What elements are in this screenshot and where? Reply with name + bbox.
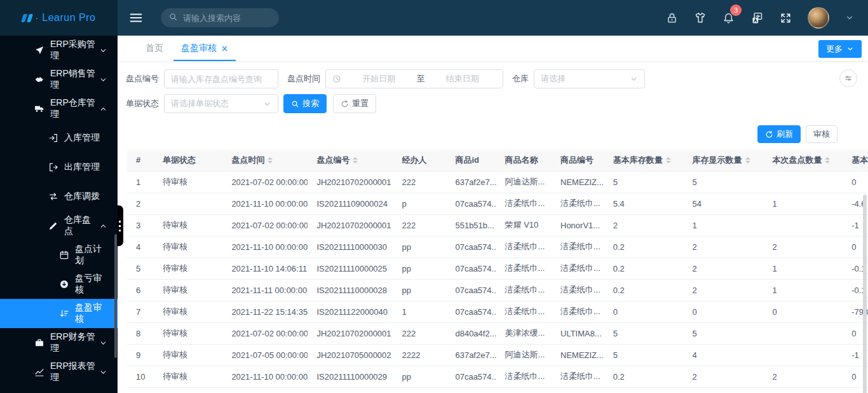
stocktake-code-field[interactable] xyxy=(164,69,278,88)
table-cell: 洁柔纸巾... xyxy=(552,366,604,387)
sidebar-item-warehouse-transfer[interactable]: 仓库调拨 xyxy=(0,182,118,211)
sort-caret-icon[interactable] xyxy=(745,157,750,163)
sidebar-item-outbound[interactable]: 出库管理 xyxy=(0,153,118,182)
column-header-2[interactable]: 盘点时间 xyxy=(222,149,308,171)
table-cell: JH20210702000001 xyxy=(308,322,393,344)
sidebar-collapse-handle[interactable] xyxy=(118,205,123,246)
column-header-9[interactable]: 库存显示数量 xyxy=(684,149,764,171)
table-cell: 阿迪达斯... xyxy=(496,344,552,366)
table-cell: 80 xyxy=(604,387,684,393)
table-row[interactable]: 3待审核2021-07-02 00:00:00JH202107020000012… xyxy=(127,214,868,236)
search-button[interactable]: 搜索 xyxy=(283,94,327,113)
table-cell: pp xyxy=(393,387,447,393)
table-cell: 40 xyxy=(684,387,764,393)
table-cell: 阿迪达斯... xyxy=(496,171,552,193)
table-cell xyxy=(763,322,843,344)
table-cell: d840a4f2... xyxy=(446,322,496,344)
column-header-10[interactable]: 本次盘点数量 xyxy=(763,149,843,171)
sidebar-item-stocktake-plan[interactable]: 盘点计划 xyxy=(0,240,118,270)
notifications-bell-icon[interactable]: 3 xyxy=(722,12,735,24)
table-row[interactable]: 8待审核2021-07-02 00:00:00JH202107020000012… xyxy=(127,322,868,344)
table-row[interactable]: 5待审核2021-11-10 14:06:11IS20211110000025p… xyxy=(127,258,868,279)
column-header-3[interactable]: 盘点编号 xyxy=(308,149,393,171)
warehouse-select[interactable]: 请选择 xyxy=(534,69,645,88)
filter-toggle-button[interactable] xyxy=(839,69,857,87)
date-range-picker[interactable]: 开始日期 至 结束日期 xyxy=(325,69,503,88)
table-cell: 6 xyxy=(127,279,154,301)
lock-icon[interactable] xyxy=(666,12,678,24)
tab-home[interactable]: 首页 xyxy=(137,36,172,61)
user-avatar[interactable] xyxy=(808,7,829,29)
sort-caret-icon[interactable] xyxy=(353,157,358,163)
user-menu-chevron-down-icon[interactable] xyxy=(845,13,854,22)
sort-caret-icon[interactable] xyxy=(268,157,273,163)
sidebar-item-erp-warehouse[interactable]: ERP仓库管理 xyxy=(0,94,118,123)
global-search[interactable] xyxy=(161,8,279,27)
tab-close-icon[interactable] xyxy=(221,45,228,52)
translate-icon[interactable] xyxy=(750,11,764,25)
sidebar-item-erp-purchase[interactable]: ERP采购管理 xyxy=(0,36,118,65)
stocktake-code-input[interactable] xyxy=(171,74,271,84)
table-row[interactable]: 7待审核2021-11-22 15:14:35IS202111220000401… xyxy=(127,301,868,322)
search-input[interactable] xyxy=(183,13,271,23)
table-cell: 2 xyxy=(684,236,764,258)
sidebar-item-loss-audit[interactable]: 盘亏审核 xyxy=(0,270,118,299)
sidebar-item-erp-finance[interactable]: ERP财务管理 xyxy=(0,328,118,357)
table-row[interactable]: 6待审核2021-11-11 00:00:00IS20211110000028p… xyxy=(127,279,868,301)
table-cell: 5 xyxy=(127,258,154,279)
table-cell: 待审核 xyxy=(154,387,222,393)
tab-surplus-audit-label: 盘盈审核 xyxy=(181,43,217,54)
sort-caret-icon[interactable] xyxy=(825,157,830,163)
table-cell: 待审核 xyxy=(154,366,222,387)
sidebar-item-inbound[interactable]: 入库管理 xyxy=(0,123,118,153)
main-content: 首页 盘盈审核 更多 盘点编号 盘点时间 开始日期 至 xyxy=(118,36,868,393)
chevron-down-icon xyxy=(99,76,107,84)
pencil-icon xyxy=(48,221,58,231)
table-cell: 荣耀 V10 xyxy=(496,214,552,236)
table-vertical-scrollbar[interactable] xyxy=(863,195,867,393)
sidebar-item-surplus-audit[interactable]: 盘盈审核 xyxy=(0,299,118,328)
sidebar-item-label: ERP财务管理 xyxy=(50,331,99,354)
table-cell: 9 xyxy=(127,344,154,366)
reset-button[interactable]: 重置 xyxy=(333,94,376,113)
sidebar-item-erp-report[interactable]: ERP报表管理 xyxy=(0,357,118,387)
table-row[interactable]: 1待审核2021-07-02 00:00:00JH202107020000012… xyxy=(127,171,868,193)
end-date-placeholder[interactable]: 结束日期 xyxy=(429,73,497,85)
table-row[interactable]: 10待审核2021-11-10 00:00:00IS20211110000029… xyxy=(127,366,868,387)
sidebar-item-erp-sales[interactable]: ERP销售管理 xyxy=(0,65,118,94)
doc-status-select[interactable]: 请选择单据状态 xyxy=(164,94,278,113)
table-cell: 2 xyxy=(127,193,154,214)
table-cell: 1954589... xyxy=(446,387,496,393)
menu-toggle-icon[interactable] xyxy=(129,11,143,25)
tab-surplus-audit[interactable]: 盘盈审核 xyxy=(172,36,237,61)
table-row[interactable]: 9待审核2021-07-05 00:00:00JH202107050000022… xyxy=(127,344,868,366)
data-table-wrap: #单据状态盘点时间盘点编号经办人商品id商品名称商品编号基本库存数量库存显示数量… xyxy=(127,149,868,393)
table-row[interactable]: 4待审核2021-11-10 00:00:00IS20211110000030p… xyxy=(127,236,868,258)
table-row[interactable]: 22021-11-10 00:00:00IS20211109000024p07c… xyxy=(127,193,868,214)
table-cell: pp xyxy=(393,366,447,387)
table-cell: 2021-11-10 00:00:00 xyxy=(222,366,308,387)
theme-shirt-icon[interactable] xyxy=(694,11,707,24)
sort-caret-icon[interactable] xyxy=(666,157,671,163)
audit-button[interactable]: 审核 xyxy=(806,125,837,143)
sidebar: ERP采购管理ERP销售管理ERP仓库管理入库管理出库管理仓库调拨仓库盘点盘点计… xyxy=(0,36,118,393)
column-header-11[interactable]: 基本库存差数 xyxy=(843,149,868,171)
table-cell xyxy=(154,193,222,214)
table-cell: IS20211109000024 xyxy=(308,193,393,214)
table-cell: 5 xyxy=(684,322,764,344)
start-date-placeholder[interactable]: 开始日期 xyxy=(345,73,413,85)
truck-icon xyxy=(34,104,44,114)
table-row[interactable]: 11待审核2021-11-11 00:00:00IS20211111000033… xyxy=(127,387,868,393)
sidebar-scrollbar[interactable] xyxy=(114,234,117,358)
sidebar-item-warehouse-stocktake[interactable]: 仓库盘点 xyxy=(0,211,118,240)
sidebar-item-label: ERP报表管理 xyxy=(50,361,99,383)
fullscreen-icon[interactable] xyxy=(780,12,792,24)
more-button[interactable]: 更多 xyxy=(818,40,862,58)
column-header-8[interactable]: 基本库存数量 xyxy=(604,149,684,171)
stocktake-code-label: 盘点编号 xyxy=(126,73,159,85)
table-cell: HonorV1... xyxy=(552,214,604,236)
refresh-button[interactable]: 刷新 xyxy=(757,125,801,143)
topbar: · Learun Pro 3 xyxy=(0,0,868,36)
chevron-up-icon xyxy=(99,222,107,230)
table-cell: 2 xyxy=(684,279,764,301)
